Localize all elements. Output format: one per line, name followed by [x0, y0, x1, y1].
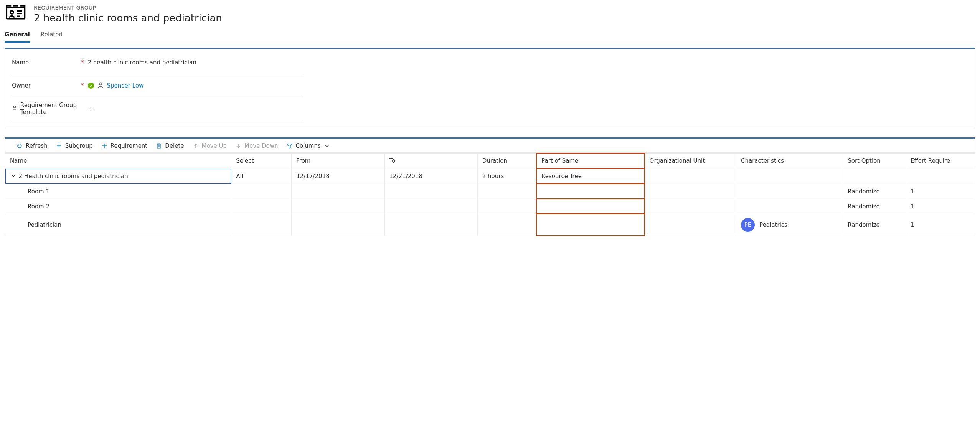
cell-select[interactable] [231, 214, 292, 236]
requirements-grid-section: Refresh Subgroup Requirement Delete Move… [5, 137, 975, 236]
delete-button-label: Delete [165, 142, 184, 149]
cell-to[interactable] [384, 184, 477, 199]
requirement-group-entity-icon [5, 4, 26, 22]
table-row[interactable]: Room 1 Randomize 1 [5, 184, 975, 199]
entity-type-label: REQUIREMENT GROUP [34, 5, 222, 11]
move-down-button: Move Down [235, 142, 278, 149]
presence-available-icon [88, 83, 94, 89]
cell-effort[interactable] [906, 169, 975, 184]
cell-to[interactable]: 12/21/2018 [384, 169, 477, 184]
requirement-button-label: Requirement [111, 142, 147, 149]
name-field-label: Name [12, 59, 29, 66]
required-indicator-icon: * [81, 59, 84, 66]
cell-from[interactable] [292, 199, 384, 214]
column-header-from[interactable]: From [292, 153, 384, 169]
table-row[interactable]: 2 Health clinic rooms and pediatrician A… [5, 169, 975, 184]
cell-to[interactable] [384, 199, 477, 214]
cell-part-of-same[interactable] [536, 184, 645, 199]
characteristic-label: Pediatrics [759, 221, 787, 228]
table-row[interactable]: Pediatrician PE Pediatrics Randomize 1 [5, 214, 975, 236]
cell-name: Room 1 [28, 188, 49, 195]
move-down-button-label: Move Down [244, 142, 278, 149]
columns-button[interactable]: Columns [287, 142, 330, 149]
column-header-sort-option[interactable]: Sort Option [843, 153, 906, 169]
svg-rect-6 [13, 107, 16, 110]
cell-effort[interactable]: 1 [906, 184, 975, 199]
cell-name: 2 Health clinic rooms and pediatrician [19, 173, 128, 180]
column-header-select[interactable]: Select [231, 153, 292, 169]
cell-sort-option[interactable]: Randomize [843, 214, 906, 236]
cell-sort-option[interactable]: Randomize [843, 199, 906, 214]
column-header-part-of-same[interactable]: Part of Same [536, 153, 645, 169]
avatar: PE [741, 218, 755, 232]
requirements-grid[interactable]: Name Select From To Duration Part of Sam… [5, 152, 975, 236]
tab-related[interactable]: Related [41, 28, 63, 43]
refresh-button[interactable]: Refresh [16, 142, 48, 149]
cell-part-of-same[interactable]: Resource Tree [536, 169, 645, 184]
cell-duration[interactable] [477, 214, 536, 236]
cell-effort[interactable]: 1 [906, 199, 975, 214]
cell-part-of-same[interactable] [536, 199, 645, 214]
cell-effort[interactable]: 1 [906, 214, 975, 236]
cell-characteristics[interactable] [736, 199, 843, 214]
requirement-button[interactable]: Requirement [101, 142, 147, 149]
person-icon [97, 81, 104, 90]
form-section: Name * 2 health clinic rooms and pediatr… [0, 43, 980, 133]
page-header: REQUIREMENT GROUP 2 health clinic rooms … [0, 0, 980, 28]
cell-org-unit[interactable] [645, 214, 736, 236]
tabs-bar: General Related [0, 28, 980, 43]
chevron-down-icon [324, 143, 330, 149]
cell-from[interactable]: 12/17/2018 [292, 169, 384, 184]
delete-button[interactable]: Delete [156, 142, 184, 149]
column-header-characteristics[interactable]: Characteristics [736, 153, 843, 169]
template-field-label: Requirement Group Template [20, 102, 81, 116]
svg-point-5 [99, 83, 101, 85]
cell-org-unit[interactable] [645, 184, 736, 199]
cell-name: Pediatrician [28, 221, 61, 228]
form-row-template: Requirement Group Template --- [12, 97, 304, 120]
lock-icon [12, 105, 17, 112]
cell-org-unit[interactable] [645, 169, 736, 184]
expand-toggle-icon[interactable] [10, 173, 17, 180]
tab-general[interactable]: General [5, 28, 30, 43]
form-panel: Name * 2 health clinic rooms and pediatr… [5, 48, 975, 128]
refresh-button-label: Refresh [26, 142, 48, 149]
name-field-value[interactable]: 2 health clinic rooms and pediatrician [88, 59, 196, 66]
svg-point-1 [10, 11, 13, 14]
form-row-name: Name * 2 health clinic rooms and pediatr… [12, 51, 304, 74]
template-field-value: --- [89, 105, 95, 112]
column-header-to[interactable]: To [384, 153, 477, 169]
column-header-effort[interactable]: Effort Require [906, 153, 975, 169]
move-up-button: Move Up [193, 142, 227, 149]
required-indicator-icon: * [81, 82, 84, 89]
cell-select[interactable]: All [231, 169, 292, 184]
cell-duration[interactable]: 2 hours [477, 169, 536, 184]
columns-button-label: Columns [296, 142, 321, 149]
cell-to[interactable] [384, 214, 477, 236]
cell-from[interactable] [292, 214, 384, 236]
cell-select[interactable] [231, 184, 292, 199]
page-title: 2 health clinic rooms and pediatrician [34, 12, 222, 24]
table-row[interactable]: Room 2 Randomize 1 [5, 199, 975, 214]
subgroup-button-label: Subgroup [65, 142, 93, 149]
cell-name: Room 2 [28, 203, 49, 210]
owner-field-label: Owner [12, 82, 31, 89]
cell-sort-option[interactable]: Randomize [843, 184, 906, 199]
cell-org-unit[interactable] [645, 199, 736, 214]
cell-characteristics[interactable]: PE Pediatrics [736, 214, 843, 236]
cell-characteristics[interactable] [736, 169, 843, 184]
cell-duration[interactable] [477, 199, 536, 214]
cell-characteristics[interactable] [736, 184, 843, 199]
cell-part-of-same[interactable] [536, 214, 645, 236]
cell-duration[interactable] [477, 184, 536, 199]
grid-toolbar: Refresh Subgroup Requirement Delete Move… [5, 139, 975, 152]
cell-sort-option[interactable] [843, 169, 906, 184]
form-row-owner: Owner * Spencer Low [12, 74, 304, 97]
cell-from[interactable] [292, 184, 384, 199]
cell-select[interactable] [231, 199, 292, 214]
owner-lookup-link[interactable]: Spencer Low [107, 82, 144, 89]
subgroup-button[interactable]: Subgroup [56, 142, 93, 149]
column-header-name[interactable]: Name [5, 153, 231, 169]
column-header-org-unit[interactable]: Organizational Unit [645, 153, 736, 169]
column-header-duration[interactable]: Duration [477, 153, 536, 169]
